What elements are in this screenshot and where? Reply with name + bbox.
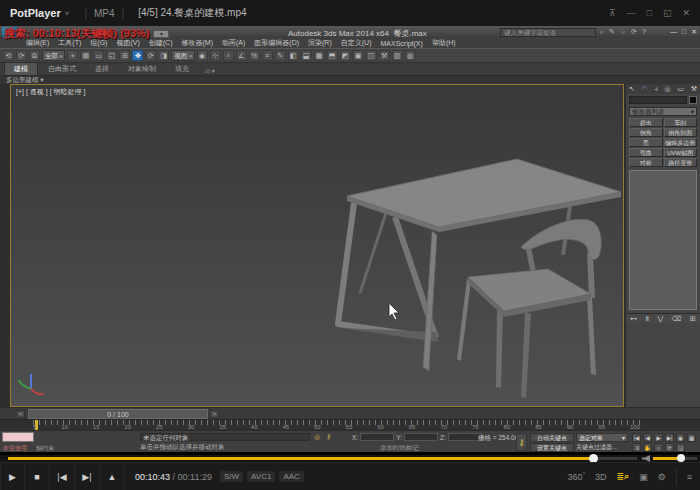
video-area[interactable]: Autodesk 3ds Max 2014 x64 餐桌.max 键入关键字或短…: [0, 26, 700, 455]
ribbon-tab-populate[interactable]: 填充: [166, 63, 198, 75]
max-restore-icon[interactable]: □: [682, 28, 686, 36]
menu-item[interactable]: 自定义(U): [341, 38, 372, 48]
track-prev-button[interactable]: <: [16, 410, 25, 418]
use-center-icon[interactable]: ◉: [197, 50, 208, 61]
scale-tool-icon[interactable]: ◨: [158, 50, 169, 61]
current-frame-field[interactable]: 0: [632, 443, 641, 452]
command-panel-tab-icon[interactable]: ◠: [642, 85, 648, 93]
stack-toolbar-icon[interactable]: ⌫: [672, 315, 682, 323]
3d-mode-icon[interactable]: 3D: [595, 472, 607, 482]
next-button[interactable]: ▶|: [75, 463, 100, 490]
seek-bar[interactable]: [8, 457, 637, 460]
y-coord-field[interactable]: [404, 433, 438, 441]
stop-button[interactable]: ■: [25, 463, 50, 490]
maximize-viewport-icon[interactable]: ◲: [676, 443, 685, 452]
maximize-icon[interactable]: □: [647, 8, 652, 18]
graphite-icon[interactable]: ⬒: [327, 50, 338, 61]
snap-toggle-icon[interactable]: ³: [223, 50, 234, 61]
infocenter-icon[interactable]: ✎: [609, 28, 615, 36]
max-help-search-input[interactable]: 键入关键字或短语: [500, 28, 596, 37]
modifier-button[interactable]: 倒角剖面: [664, 128, 698, 137]
menu-item[interactable]: 帮助(H): [432, 38, 456, 48]
modifier-button[interactable]: 路径变形: [664, 158, 698, 167]
render-setup-icon[interactable]: ⚒: [379, 50, 390, 61]
app-logo-text[interactable]: PotPlayer: [10, 7, 61, 19]
control-panel-menu-icon[interactable]: ≡: [687, 472, 692, 482]
infocenter-icon[interactable]: ⟳: [631, 28, 637, 36]
max-minimize-icon[interactable]: —: [670, 28, 677, 36]
zoom-icon[interactable]: ⌕: [654, 443, 663, 452]
menu-item[interactable]: 图形编辑器(D): [254, 38, 299, 48]
infocenter-icon[interactable]: ⌕: [600, 28, 604, 36]
auto-key-button[interactable]: 自动关键点: [530, 433, 574, 442]
ribbon-tab-object-paint[interactable]: 对象绘制: [119, 63, 165, 75]
stack-toolbar-icon[interactable]: Ⅱ: [646, 315, 649, 323]
modifier-button[interactable]: 车削: [664, 118, 698, 127]
command-panel-tab-icon[interactable]: ↖: [629, 85, 635, 93]
ribbon-minimize-icon[interactable]: ⊡ ▾: [205, 67, 215, 75]
command-panel-tab-icon[interactable]: ⚒: [691, 85, 697, 93]
timeline-ruler[interactable]: 5101520253035404550556065707580859095100: [0, 419, 700, 430]
schematic-view-icon[interactable]: ▣: [353, 50, 364, 61]
previous-button[interactable]: |◀: [50, 463, 75, 490]
render-icon[interactable]: ◍: [405, 50, 416, 61]
selection-filter-dropdown[interactable]: 全部 ▾: [42, 50, 65, 61]
menu-item[interactable]: 渲染(R): [308, 38, 332, 48]
modifier-list-dropdown[interactable]: 修改器列表 ▾: [629, 107, 697, 116]
vr-360-icon[interactable]: 360°: [568, 471, 585, 482]
percent-snap-icon[interactable]: %: [249, 50, 260, 61]
object-color-swatch[interactable]: [689, 96, 697, 104]
select-object-icon[interactable]: ⌖: [67, 50, 78, 61]
modifier-button[interactable]: 对称: [629, 158, 663, 167]
volume-handle[interactable]: [677, 454, 685, 462]
isolate-selection-icon[interactable]: ◎: [314, 433, 320, 441]
curve-editor-icon[interactable]: ◩: [340, 50, 351, 61]
modifier-button[interactable]: 弯曲: [629, 148, 663, 157]
polygon-modeling-strip[interactable]: 多边形建模 ▾: [0, 75, 700, 84]
settings-gear-icon[interactable]: ⚙: [658, 472, 666, 482]
pan-icon[interactable]: ✋: [643, 443, 652, 452]
time-slider-handle[interactable]: 0 / 100: [28, 409, 208, 419]
fullscreen-icon[interactable]: ◱: [663, 8, 672, 18]
perspective-viewport[interactable]: [+] [ 透视 ] [ 明暗处理 ]: [10, 84, 624, 407]
modifier-button[interactable]: 壳: [629, 138, 663, 147]
command-panel-tab-icon[interactable]: ◎: [665, 85, 671, 93]
playback-icon[interactable]: ◉: [676, 433, 685, 442]
open-file-button[interactable]: ▲: [100, 463, 125, 490]
render-frame-icon[interactable]: ▥: [392, 50, 403, 61]
close-icon[interactable]: ✕: [682, 8, 690, 18]
maxscript-mini-listener[interactable]: [2, 432, 34, 442]
infocenter-icon[interactable]: ?: [642, 28, 646, 36]
infocenter-icon[interactable]: ☆: [620, 28, 626, 36]
z-coord-field[interactable]: [448, 433, 482, 441]
max-close-icon[interactable]: ✕: [691, 28, 697, 36]
toolbar-icon[interactable]: ⟳: [16, 50, 27, 61]
select-manipulate-icon[interactable]: ⊹: [210, 50, 221, 61]
playback-icon[interactable]: |◀: [632, 433, 641, 442]
ribbon-tab-freeform[interactable]: 自由形式: [39, 63, 85, 75]
playlist-browser-icon[interactable]: ≣⌕: [617, 471, 630, 482]
layer-manager-icon[interactable]: ▦: [314, 50, 325, 61]
modifier-button[interactable]: 挤出: [629, 118, 663, 127]
command-panel-tab-icon[interactable]: ⫞: [654, 85, 658, 93]
capture-icon[interactable]: ▣: [639, 472, 648, 482]
edit-named-selection-icon[interactable]: ✎: [275, 50, 286, 61]
stack-toolbar-icon[interactable]: ⊞: [690, 315, 696, 323]
playback-icon[interactable]: ▶: [654, 433, 663, 442]
volume-slider[interactable]: [653, 457, 697, 460]
coord-system-dropdown[interactable]: 视图 ▾: [171, 50, 194, 61]
modifier-button[interactable]: UVW贴图: [664, 148, 698, 157]
play-button[interactable]: ▶: [0, 463, 25, 490]
modifier-stack-list[interactable]: [629, 170, 697, 310]
spinner-snap-icon[interactable]: ≡: [262, 50, 273, 61]
ribbon-tab-selection[interactable]: 选择: [86, 63, 118, 75]
toolbar-icon[interactable]: ⟲: [3, 50, 14, 61]
angle-snap-icon[interactable]: ∠: [236, 50, 247, 61]
stack-toolbar-icon[interactable]: ⊷: [630, 315, 637, 323]
set-keys-button[interactable]: ⚷: [516, 433, 527, 451]
ribbon-tab-modeling[interactable]: 建模: [4, 62, 38, 75]
key-filters-button[interactable]: 关键点过滤器...: [576, 443, 628, 452]
material-editor-icon[interactable]: ◫: [366, 50, 377, 61]
volume-speaker-icon[interactable]: [642, 455, 650, 462]
align-icon[interactable]: ⬓: [301, 50, 312, 61]
